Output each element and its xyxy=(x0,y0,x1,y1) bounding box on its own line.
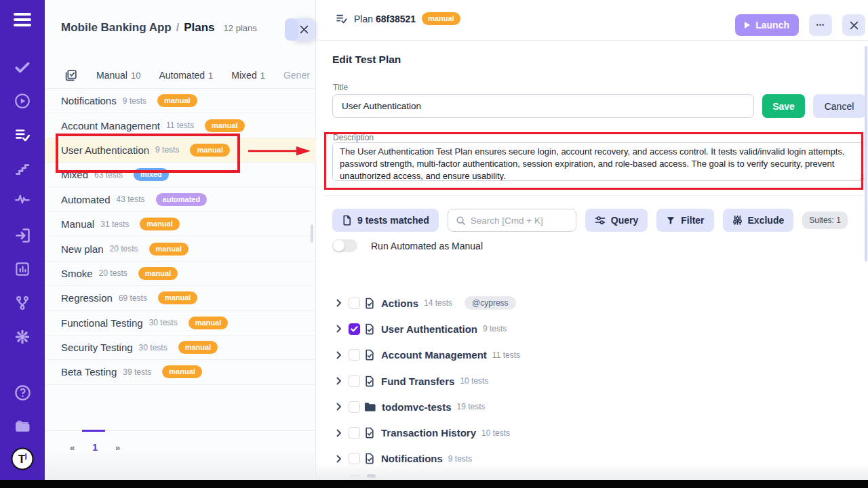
steps-icon[interactable] xyxy=(0,160,45,178)
suite-checkbox[interactable] xyxy=(349,298,360,309)
plan-list-item[interactable]: Beta Testing 39 tests manual xyxy=(45,360,316,384)
chevron-right-icon[interactable] xyxy=(336,377,342,385)
plan-name[interactable]: Automated xyxy=(61,194,111,205)
chevron-right-icon[interactable] xyxy=(336,403,342,411)
suite-list-item[interactable]: todomvc-tests 19 tests xyxy=(332,394,861,420)
plan-name[interactable]: Manual xyxy=(61,218,94,230)
plan-list-item[interactable]: Smoke 20 tests manual xyxy=(45,262,316,286)
plan-name[interactable]: Smoke xyxy=(61,268,93,279)
plan-name[interactable]: Security Testing xyxy=(61,342,133,353)
left-panel-scrollbar[interactable] xyxy=(311,224,313,243)
query-button[interactable]: Query xyxy=(585,209,648,232)
title-input[interactable] xyxy=(332,94,754,118)
pulse-icon[interactable] xyxy=(0,190,45,208)
tests-icon[interactable] xyxy=(0,58,45,76)
branches-icon[interactable] xyxy=(0,294,45,312)
plan-name[interactable]: Functional Testing xyxy=(61,317,143,329)
testomat-logo[interactable]: T xyxy=(0,447,45,470)
right-panel-scrollbar[interactable] xyxy=(865,46,867,262)
suite-name[interactable]: User Authentication xyxy=(381,323,477,335)
menu-icon[interactable] xyxy=(0,9,45,30)
plans-icon[interactable] xyxy=(0,126,45,144)
chevron-right-icon[interactable] xyxy=(336,299,342,307)
plan-list-item[interactable]: Manual 31 tests manual xyxy=(45,212,316,237)
search-input[interactable] xyxy=(471,216,568,226)
suite-name[interactable]: Fund Transfers xyxy=(381,375,454,387)
suite-checkbox[interactable] xyxy=(349,323,360,335)
plan-name[interactable]: Account Management xyxy=(61,120,160,131)
analytics-icon[interactable] xyxy=(0,260,45,278)
plan-name[interactable]: User Authentication xyxy=(61,144,149,156)
suite-name[interactable]: Actions xyxy=(381,298,418,309)
chevron-right-icon[interactable] xyxy=(336,351,342,359)
plan-name[interactable]: Beta Testing xyxy=(61,366,117,378)
suite-name[interactable]: todomvc-tests xyxy=(382,401,452,413)
suite-list-item[interactable]: Transaction History 10 tests xyxy=(332,420,861,445)
suite-list-item[interactable]: Account Management 11 tests xyxy=(332,342,861,368)
runs-icon[interactable] xyxy=(0,92,45,110)
breadcrumb-page[interactable]: Plans xyxy=(184,21,214,35)
suite-list-item[interactable]: Actions 14 tests @cypress xyxy=(332,290,861,316)
plan-list-item[interactable]: Automated 43 tests automated xyxy=(45,188,316,212)
description-textarea[interactable]: The User Authentication Test Plan ensure… xyxy=(332,142,865,181)
suite-checkbox[interactable] xyxy=(349,427,360,439)
help-icon[interactable] xyxy=(0,384,45,402)
run-automated-toggle[interactable] xyxy=(332,239,357,252)
tests-matched-icon xyxy=(342,215,352,226)
toggle-label: Run Automated as Manual xyxy=(371,241,483,251)
suite-list-item[interactable]: Fund Transfers 10 tests xyxy=(332,368,861,394)
settings-gear-icon[interactable] xyxy=(0,328,45,346)
plans-filter-tab[interactable]: Automated 1 xyxy=(159,70,213,81)
plan-list-item[interactable]: User Authentication 9 tests manual xyxy=(45,138,316,163)
suite-name[interactable]: Account Management xyxy=(381,349,487,361)
check-icon xyxy=(351,326,358,332)
plans-filter-tab[interactable]: Manual 10 xyxy=(96,70,140,81)
launch-button[interactable]: Launch xyxy=(735,14,799,36)
chevron-right-icon[interactable] xyxy=(336,455,342,463)
pagination-page-1[interactable]: 1 xyxy=(92,442,98,453)
chevron-right-icon[interactable] xyxy=(336,429,342,437)
suite-name[interactable]: Transaction History xyxy=(381,427,476,439)
suite-list-item[interactable]: User Authentication 9 tests xyxy=(332,316,861,342)
chevron-right-icon[interactable] xyxy=(336,325,342,333)
tab-count: 10 xyxy=(131,70,140,81)
plan-name[interactable]: Notifications xyxy=(61,95,117,106)
save-button[interactable]: Save xyxy=(762,94,805,118)
suite-checkbox[interactable] xyxy=(349,401,360,413)
select-all-icon[interactable] xyxy=(64,68,78,83)
plan-badge: manual xyxy=(157,94,197,107)
suite-list-item[interactable]: Notifications 9 tests xyxy=(332,446,861,472)
filter-button[interactable]: Filter xyxy=(656,209,713,232)
breadcrumb-project[interactable]: Mobile Banking App xyxy=(61,21,172,35)
plan-detail-panel: Plan 68f38521 manual Launch ••• Edit Tes… xyxy=(316,0,868,480)
import-icon[interactable] xyxy=(0,226,45,245)
tests-matched-button[interactable]: 9 tests matched xyxy=(332,209,439,232)
panel-close-button[interactable] xyxy=(293,18,315,41)
tab-count: 1 xyxy=(260,70,265,81)
suite-name[interactable]: Notifications xyxy=(381,453,443,464)
suite-tests-count: 10 tests xyxy=(481,428,510,438)
edit-plan-heading: Edit Test Plan xyxy=(332,54,401,66)
projects-folder-icon[interactable] xyxy=(0,416,45,435)
plan-list-item[interactable]: Notifications 9 tests manual xyxy=(45,89,316,113)
exclude-button[interactable]: Exclude xyxy=(723,209,794,232)
plan-list-item[interactable]: Regression 69 tests manual xyxy=(45,286,316,310)
plans-filter-tab[interactable]: Gener xyxy=(283,70,310,81)
detail-close-button[interactable] xyxy=(842,14,865,36)
pagination-prev-button[interactable]: « xyxy=(70,443,75,453)
pagination-next-button[interactable]: » xyxy=(115,443,120,453)
plan-list-item[interactable]: Functional Testing 30 tests manual xyxy=(45,311,316,336)
plan-header: Plan 68f38521 manual Launch ••• xyxy=(316,0,868,41)
cancel-button[interactable]: Cancel xyxy=(813,94,865,118)
plan-badge: automated xyxy=(156,193,208,206)
plans-filter-tab[interactable]: Mixed 1 xyxy=(231,70,265,81)
plan-name[interactable]: Regression xyxy=(61,292,113,304)
plan-name[interactable]: New plan xyxy=(61,243,104,255)
plan-list-item[interactable]: Security Testing 30 tests manual xyxy=(45,336,316,360)
suite-checkbox[interactable] xyxy=(349,349,360,361)
plan-list-item[interactable]: New plan 20 tests manual xyxy=(45,237,316,261)
plan-tests-count: 69 tests xyxy=(119,293,147,303)
suite-checkbox[interactable] xyxy=(349,375,360,387)
more-options-button[interactable]: ••• xyxy=(809,14,832,36)
suite-checkbox[interactable] xyxy=(349,453,360,464)
